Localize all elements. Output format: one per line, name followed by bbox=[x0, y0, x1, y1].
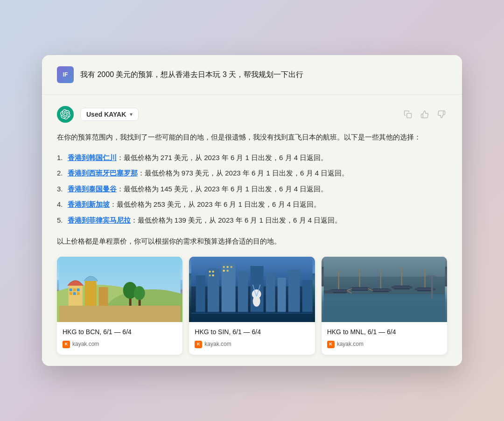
chevron-down-icon: ▾ bbox=[130, 111, 133, 118]
svg-rect-26 bbox=[288, 270, 300, 313]
card-image-sin bbox=[189, 257, 315, 322]
dest-link-5[interactable]: 香港到菲律宾马尼拉 bbox=[68, 214, 131, 226]
svg-rect-10 bbox=[70, 292, 72, 295]
svg-rect-64 bbox=[431, 275, 433, 299]
list-item: 2. 香港到西班牙巴塞罗那：最低价格为 973 美元，从 2023 年 6 月 … bbox=[57, 167, 447, 179]
assistant-header: Used KAYAK ▾ bbox=[57, 106, 447, 123]
svg-rect-50 bbox=[370, 289, 391, 291]
summary-text: 以上价格都是单程票价，你可以根据你的需求和预算选择合适的目的地。 bbox=[57, 235, 447, 247]
list-item: 5. 香港到菲律宾马尼拉：最低价格为 139 美元，从 2023 年 6 月 1… bbox=[57, 214, 447, 226]
list-item: 1. 香港到韩国仁川：最低价格为 271 美元，从 2023 年 6 月 1 日… bbox=[57, 152, 447, 164]
thumbs-up-icon[interactable] bbox=[419, 109, 430, 120]
dest-link-1[interactable]: 香港到韩国仁川 bbox=[68, 152, 117, 164]
destination-list: 1. 香港到韩国仁川：最低价格为 271 美元，从 2023 年 6 月 1 日… bbox=[57, 152, 447, 226]
svg-rect-11 bbox=[73, 292, 76, 295]
svg-rect-4 bbox=[69, 285, 83, 308]
source-text-bcn: kayak.com bbox=[72, 339, 99, 349]
openai-avatar bbox=[57, 106, 74, 123]
svg-rect-47 bbox=[349, 288, 370, 290]
svg-point-16 bbox=[134, 286, 145, 300]
copy-icon[interactable] bbox=[402, 109, 413, 120]
assistant-left: Used KAYAK ▾ bbox=[57, 106, 139, 123]
chat-container: IF 我有 2000 美元的预算，想从香港去日本玩 3 天，帮我规划一下出行 U… bbox=[42, 55, 462, 366]
card-info-sin: HKG to SIN, 6/1 — 6/4 K kayak.com bbox=[189, 322, 315, 355]
svg-rect-35 bbox=[223, 270, 225, 272]
thumbs-down-icon[interactable] bbox=[436, 109, 447, 120]
svg-rect-42 bbox=[323, 294, 445, 322]
dest-link-4[interactable]: 香港到新加坡 bbox=[68, 198, 110, 210]
list-number: 4. bbox=[57, 198, 63, 210]
svg-rect-30 bbox=[209, 274, 211, 276]
kayak-logo-mnl: K bbox=[327, 341, 335, 348]
svg-rect-34 bbox=[231, 266, 232, 268]
card-title-bcn: HKG to BCN, 6/1 — 6/4 bbox=[63, 327, 177, 338]
svg-rect-8 bbox=[73, 288, 76, 291]
svg-rect-36 bbox=[227, 270, 229, 272]
intro-text: 在你的预算范围内，我找到了一些可能的目的地，但是很遗憾，我没有找到直飞日本的航班… bbox=[57, 131, 447, 143]
svg-rect-27 bbox=[302, 280, 313, 313]
svg-rect-9 bbox=[77, 288, 80, 291]
list-item: 4. 香港到新加坡：最低价格为 253 美元，从 2023 年 6 月 1 日出… bbox=[57, 198, 447, 210]
svg-rect-29 bbox=[212, 271, 214, 273]
dest-info-1: ：最低价格为 271 美元，从 2023 年 6 月 1 日出发，6 月 4 日… bbox=[117, 152, 328, 164]
user-message-text: 我有 2000 美元的预算，想从香港去日本玩 3 天，帮我规划一下出行 bbox=[80, 69, 303, 80]
assistant-message: Used KAYAK ▾ bbox=[42, 95, 462, 366]
kayak-logo-sin: K bbox=[195, 341, 202, 348]
source-text-sin: kayak.com bbox=[204, 339, 231, 349]
source-text-mnl: kayak.com bbox=[337, 339, 364, 349]
dest-link-2[interactable]: 香港到西班牙巴塞罗那 bbox=[68, 167, 138, 179]
dest-info-4: ：最低价格为 253 美元，从 2023 年 6 月 1 日出发，6 月 4 日… bbox=[110, 198, 321, 210]
card-image-bcn bbox=[57, 257, 182, 322]
svg-rect-19 bbox=[196, 275, 205, 313]
svg-rect-12 bbox=[77, 292, 80, 295]
card-source-sin: K kayak.com bbox=[195, 339, 309, 349]
user-message: IF 我有 2000 美元的预算，想从香港去日本玩 3 天，帮我规划一下出行 bbox=[42, 55, 462, 95]
action-icons bbox=[402, 109, 447, 120]
svg-rect-7 bbox=[70, 288, 72, 291]
svg-rect-0 bbox=[407, 113, 412, 118]
card-bcn[interactable]: HKG to BCN, 6/1 — 6/4 K kayak.com bbox=[57, 257, 182, 355]
dest-info-5: ：最低价格为 139 美元，从 2023 年 6 月 1 日出发，6 月 4 日… bbox=[131, 214, 342, 226]
list-number: 5. bbox=[57, 214, 63, 226]
card-image-mnl bbox=[322, 257, 447, 322]
svg-rect-5 bbox=[85, 280, 97, 308]
avatar-initials: IF bbox=[63, 71, 68, 78]
svg-rect-66 bbox=[323, 290, 333, 293]
user-avatar: IF bbox=[57, 66, 74, 83]
card-source-bcn: K kayak.com bbox=[63, 339, 177, 349]
list-item: 3. 香港到泰国曼谷：最低价格为 145 美元，从 2023 年 6 月 1 日… bbox=[57, 183, 447, 195]
kayak-tool-badge[interactable]: Used KAYAK ▾ bbox=[80, 108, 139, 121]
svg-rect-17 bbox=[59, 306, 181, 322]
list-number: 3. bbox=[57, 183, 63, 195]
svg-rect-65 bbox=[426, 275, 435, 277]
svg-rect-33 bbox=[227, 266, 229, 268]
svg-rect-6 bbox=[99, 287, 108, 308]
svg-rect-38 bbox=[191, 313, 313, 314]
card-source-mnl: K kayak.com bbox=[327, 339, 441, 349]
dest-info-2: ：最低价格为 973 美元，从 2023 年 6 月 1 日出发，6 月 4 日… bbox=[138, 167, 349, 179]
dest-link-3[interactable]: 香港到泰国曼谷 bbox=[68, 183, 117, 195]
assistant-body: 在你的预算范围内，我找到了一些可能的目的地，但是很遗憾，我没有找到直飞日本的航班… bbox=[57, 131, 447, 355]
svg-rect-24 bbox=[266, 273, 275, 313]
svg-rect-25 bbox=[278, 278, 286, 313]
tool-label: Used KAYAK bbox=[86, 111, 126, 118]
list-number: 2. bbox=[57, 167, 63, 179]
svg-rect-22 bbox=[238, 271, 248, 313]
svg-rect-53 bbox=[391, 286, 412, 288]
dest-info-3: ：最低价格为 145 美元，从 2023 年 6 月 1 日出发，6 月 4 日… bbox=[117, 183, 328, 195]
svg-rect-28 bbox=[209, 271, 211, 273]
list-number: 1. bbox=[57, 152, 63, 164]
kayak-logo-bcn: K bbox=[63, 341, 70, 348]
svg-rect-31 bbox=[212, 274, 214, 276]
card-mnl[interactable]: HKG to MNL, 6/1 — 6/4 K kayak.com bbox=[322, 257, 447, 355]
card-title-sin: HKG to SIN, 6/1 — 6/4 bbox=[195, 327, 309, 338]
card-info-bcn: HKG to BCN, 6/1 — 6/4 K kayak.com bbox=[57, 322, 182, 355]
svg-rect-32 bbox=[223, 266, 225, 268]
card-title-mnl: HKG to MNL, 6/1 — 6/4 bbox=[327, 327, 441, 338]
card-sin[interactable]: HKG to SIN, 6/1 — 6/4 K kayak.com bbox=[189, 257, 315, 355]
destination-cards: HKG to BCN, 6/1 — 6/4 K kayak.com bbox=[57, 257, 447, 355]
card-info-mnl: HKG to MNL, 6/1 — 6/4 K kayak.com bbox=[322, 322, 447, 355]
